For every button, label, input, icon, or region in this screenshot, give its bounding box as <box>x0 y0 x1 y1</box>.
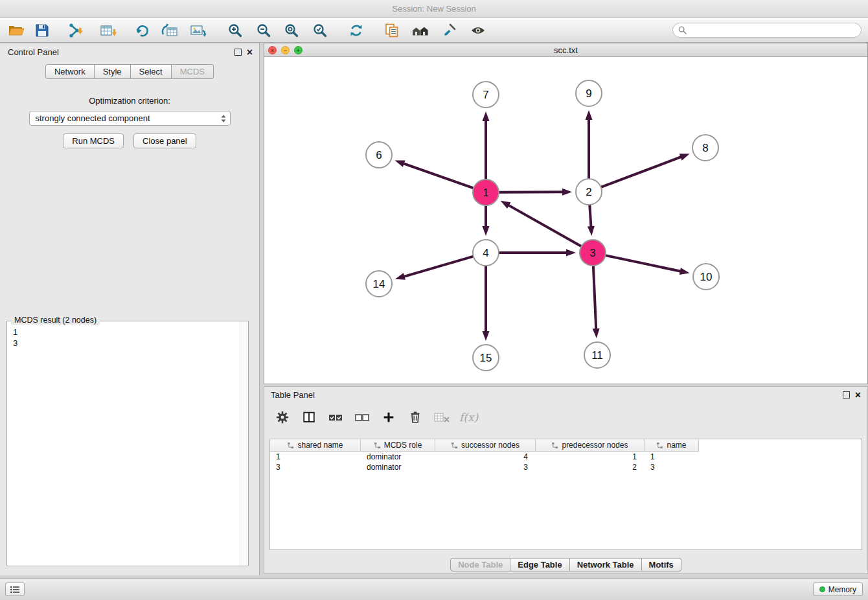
tab-select[interactable]: Select <box>131 64 172 79</box>
deselect-all-button[interactable] <box>353 408 371 426</box>
cell-name[interactable]: 3 <box>645 462 699 472</box>
refresh-layout-button[interactable] <box>347 21 366 40</box>
cell-mcds-role[interactable]: dominator <box>361 452 435 462</box>
tab-style[interactable]: Style <box>95 64 131 79</box>
graph-edge[interactable] <box>589 205 591 226</box>
table-row[interactable]: 3 dominator 3 2 3 <box>270 462 862 472</box>
graph-edge-arrowhead <box>680 268 690 275</box>
zoom-in-button[interactable] <box>225 21 245 40</box>
graph-edge[interactable] <box>606 255 680 271</box>
graph-node-6[interactable]: 6 <box>366 142 392 168</box>
graph-edge[interactable] <box>593 266 596 329</box>
mcds-result-item[interactable]: 3 <box>13 338 240 349</box>
close-table-panel-icon[interactable]: × <box>855 391 861 398</box>
cell-name[interactable]: 1 <box>645 452 699 462</box>
tab-edge-table[interactable]: Edge Table <box>510 558 569 571</box>
tab-network[interactable]: Network <box>45 64 95 79</box>
svg-text:15: 15 <box>480 352 492 364</box>
minimize-window-icon[interactable]: − <box>281 46 290 54</box>
graph-node-4[interactable]: 4 <box>473 240 499 266</box>
cell-successor-nodes[interactable]: 4 <box>435 452 536 462</box>
zoom-out-button[interactable] <box>254 21 273 40</box>
graph-edge-arrowhead <box>586 110 593 120</box>
show-columns-button[interactable] <box>300 408 318 426</box>
column-header-mcds-role[interactable]: MCDS role <box>361 439 435 452</box>
delete-table-button[interactable] <box>433 408 451 426</box>
column-header-successor-nodes[interactable]: successor nodes <box>435 439 536 452</box>
graph-node-7[interactable]: 7 <box>473 82 499 108</box>
graph-node-8[interactable]: 8 <box>692 135 718 161</box>
apply-style-button[interactable] <box>439 21 459 40</box>
run-mcds-button[interactable]: Run MCDS <box>63 133 124 148</box>
graph-node-15[interactable]: 15 <box>473 345 499 371</box>
cell-predecessor-nodes[interactable]: 2 <box>536 462 645 472</box>
graph-node-2[interactable]: 2 <box>576 179 602 205</box>
network-window: × − + scc.txt 1234678910111415 <box>264 43 868 384</box>
table-row[interactable]: 1 dominator 4 1 1 <box>270 452 862 462</box>
close-panel-button[interactable]: Close panel <box>133 133 196 148</box>
graph-node-10[interactable]: 10 <box>693 264 719 290</box>
network-table-button[interactable] <box>160 21 179 40</box>
graph-edge[interactable] <box>499 192 562 192</box>
function-builder-button[interactable]: f(x) <box>459 408 478 426</box>
new-network-button[interactable] <box>132 21 152 40</box>
network-canvas[interactable]: 1234678910111415 <box>264 57 867 384</box>
cell-mcds-role[interactable]: dominator <box>361 462 435 472</box>
result-scrollbar-track[interactable] <box>240 321 248 566</box>
graph-node-14[interactable]: 14 <box>366 271 392 297</box>
svg-text:3: 3 <box>589 247 595 259</box>
graph-node-3[interactable]: 3 <box>580 240 606 266</box>
unchecked-boxes-icon <box>354 410 370 424</box>
graph-edge[interactable] <box>509 205 582 246</box>
column-type-icon <box>451 442 458 449</box>
eye-icon <box>470 23 486 38</box>
import-network-icon <box>68 23 85 38</box>
table-settings-button[interactable] <box>273 408 291 426</box>
cell-predecessor-nodes[interactable]: 1 <box>536 452 645 462</box>
home-layout-button[interactable] <box>411 21 430 40</box>
tab-network-table[interactable]: Network Table <box>570 558 642 571</box>
delete-column-button[interactable] <box>406 408 424 426</box>
export-image-button[interactable] <box>188 21 208 40</box>
show-hide-graphics-button[interactable] <box>468 21 488 40</box>
graph-node-9[interactable]: 9 <box>576 80 602 106</box>
snapshot-button[interactable] <box>382 21 402 40</box>
cell-shared-name[interactable]: 1 <box>270 452 361 462</box>
select-all-button[interactable] <box>326 408 345 426</box>
list-icon <box>10 585 20 594</box>
zoom-selected-button[interactable] <box>310 21 330 40</box>
float-panel-icon[interactable] <box>234 49 242 56</box>
graph-edge[interactable] <box>404 257 473 277</box>
search-input[interactable] <box>689 26 856 35</box>
memory-status-icon <box>819 586 825 592</box>
mcds-result-item[interactable]: 1 <box>13 327 240 338</box>
graph-node-11[interactable]: 11 <box>584 342 610 368</box>
column-header-shared-name[interactable]: shared name <box>270 439 361 452</box>
cell-shared-name[interactable]: 3 <box>270 462 361 472</box>
tab-mcds[interactable]: MCDS <box>172 64 214 79</box>
graph-edge-arrowhead <box>501 201 511 209</box>
network-table-icon <box>161 23 178 38</box>
save-session-button[interactable] <box>32 21 52 40</box>
close-panel-icon[interactable]: × <box>247 49 253 56</box>
import-table-button[interactable] <box>98 21 118 40</box>
memory-button[interactable]: Memory <box>813 583 863 596</box>
criterion-dropdown[interactable]: strongly connected component <box>29 111 231 126</box>
graph-edge[interactable] <box>601 157 681 187</box>
column-header-predecessor-nodes[interactable]: predecessor nodes <box>536 439 645 452</box>
zoom-fit-button[interactable] <box>282 21 301 40</box>
cell-successor-nodes[interactable]: 3 <box>435 462 536 472</box>
graph-edge[interactable] <box>404 164 474 189</box>
tab-motifs[interactable]: Motifs <box>642 558 681 571</box>
graph-node-1[interactable]: 1 <box>473 179 499 205</box>
float-table-panel-icon[interactable] <box>843 391 850 398</box>
close-window-icon[interactable]: × <box>268 46 277 54</box>
open-session-button[interactable] <box>6 21 26 40</box>
maximize-window-icon[interactable]: + <box>294 46 303 54</box>
column-header-name[interactable]: name <box>645 439 699 452</box>
import-network-button[interactable] <box>67 21 86 40</box>
add-column-button[interactable] <box>380 408 398 426</box>
task-history-button[interactable] <box>5 583 25 596</box>
mcds-result-list[interactable]: 1 3 <box>7 323 240 566</box>
tab-node-table[interactable]: Node Table <box>450 558 510 571</box>
